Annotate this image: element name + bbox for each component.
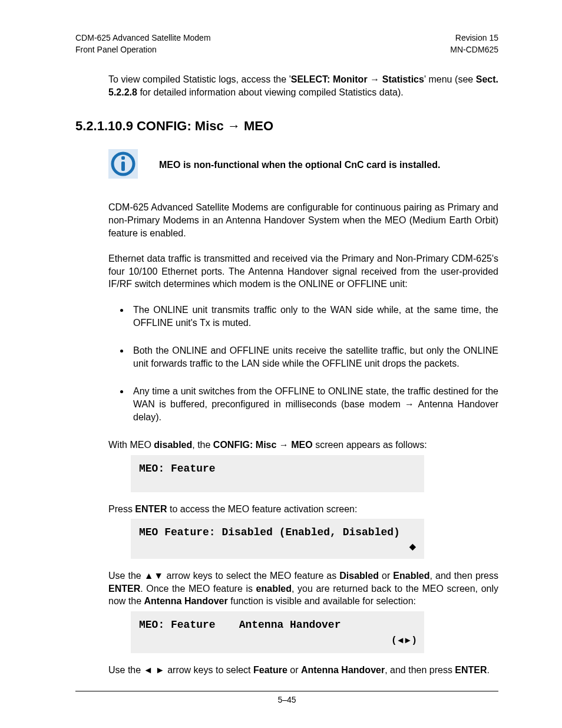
screen-line: MEO: Feature Antenna Handover <box>139 617 416 633</box>
paragraph: Use the ▲▼ arrow keys to select the MEO … <box>108 569 498 608</box>
section-number: 5.2.1.10.9 <box>75 118 133 133</box>
list-item: Any time a unit switches from the OFFLIN… <box>130 385 498 423</box>
body: To view compiled Statistic logs, access … <box>75 73 498 676</box>
paragraph: Use the ◄ ► arrow keys to select Feature… <box>108 664 498 677</box>
list-item: The ONLINE unit transmits traffic only t… <box>130 304 498 329</box>
svg-rect-3 <box>121 162 125 171</box>
paragraph: CDM-625 Advanced Satellite Modems are co… <box>108 201 498 239</box>
screen-line: MEO Feature: Disabled (Enabled, Disabled… <box>139 525 416 541</box>
paragraph: Press ENTER to access the MEO feature ac… <box>108 503 498 516</box>
header-left: CDM-625 Advanced Satellite Modem Front P… <box>75 32 211 55</box>
screen-display: MEO: Feature Antenna Handover ( ◂ ▸ ) <box>131 611 424 653</box>
intro-paragraph: To view compiled Statistic logs, access … <box>108 73 498 98</box>
paragraph: With MEO disabled, the CONFIG: Misc → ME… <box>108 439 498 452</box>
page: CDM-625 Advanced Satellite Modem Front P… <box>0 0 562 728</box>
screen-display: MEO: Feature <box>131 455 424 492</box>
paragraph: Ethernet data traffic is transmitted and… <box>108 252 498 291</box>
header-right: Revision 15 MN-CDM625 <box>450 32 498 55</box>
header-right-line2: MN-CDM625 <box>450 44 498 56</box>
page-number: 5–45 <box>277 695 296 704</box>
header-left-line2: Front Panel Operation <box>75 44 211 56</box>
warning-text: MEO is non-functional when the optional … <box>159 160 440 170</box>
list-item: Both the ONLINE and OFFLINE units receiv… <box>130 344 498 370</box>
screen-arrows: ( ◂ ▸ ) <box>139 633 416 647</box>
page-footer: 5–45 <box>75 691 498 704</box>
header-right-line1: Revision 15 <box>450 32 498 44</box>
warning-callout: MEO is non-functional when the optional … <box>108 149 498 181</box>
screen-line: MEO: Feature <box>139 461 416 477</box>
page-header: CDM-625 Advanced Satellite Modem Front P… <box>75 32 498 55</box>
header-left-line1: CDM-625 Advanced Satellite Modem <box>75 32 211 44</box>
bullet-list: The ONLINE unit transmits traffic only t… <box>75 304 498 423</box>
warning-icon <box>108 149 138 181</box>
svg-rect-2 <box>121 156 125 160</box>
screen-arrows: ◆ <box>139 541 416 553</box>
section-heading: 5.2.1.10.9CONFIG: Misc → MEO <box>75 118 498 134</box>
screen-display: MEO Feature: Disabled (Enabled, Disabled… <box>131 519 424 559</box>
